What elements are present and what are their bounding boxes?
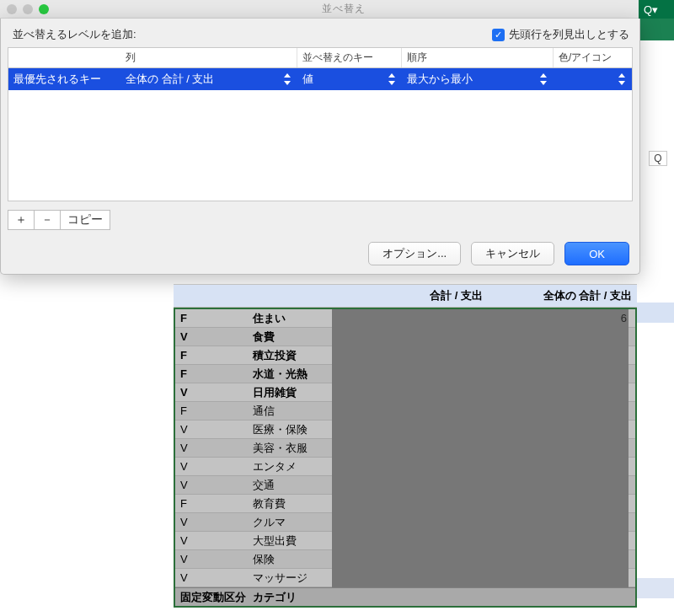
chevron-updown-icon [284, 73, 292, 85]
row-category-cell: クルマ [249, 515, 340, 530]
row-type-cell: V [175, 442, 249, 454]
row-category-cell: 大型出費 [249, 533, 340, 549]
col-head-coloricon: 色/アイコン [554, 48, 632, 67]
col-head-sortkey: 並べ替えのキー [297, 48, 402, 67]
row-type-cell: V [175, 479, 249, 491]
row-type-cell: F [175, 367, 249, 380]
remove-level-button[interactable]: － [35, 210, 61, 230]
sheet-band [637, 303, 674, 323]
sheet-cell-stray[interactable]: Q [649, 151, 667, 166]
header-row-checkbox-label: 先頭行を列見出しとする [509, 27, 629, 42]
row-category-cell: エンタメ [249, 459, 340, 474]
row-category-cell: 医療・保険 [249, 422, 340, 437]
minimize-dot[interactable] [23, 4, 33, 14]
dialog-actions: オプション... キャンセル OK [8, 242, 633, 265]
sort-row-column-value: 全体の 合計 / 支出 [126, 72, 214, 85]
col-head-priority [8, 48, 120, 67]
row-type-cell: V [175, 330, 249, 343]
window-titlebar: 並べ替え [0, 0, 639, 19]
copy-level-button[interactable]: コピー [61, 210, 110, 230]
col-head-order: 順序 [402, 48, 554, 67]
sort-row-priority: 最優先されるキー [8, 72, 120, 87]
pivot-footer: 固定変動区分カテゴリ [175, 587, 635, 606]
row-category-cell: 水道・光熱 [249, 367, 340, 382]
traffic-lights [7, 4, 49, 14]
row-category-cell: マッサージ [249, 570, 340, 586]
add-level-button[interactable]: ＋ [8, 210, 35, 230]
row-type-cell: F [175, 312, 249, 324]
check-icon: ✓ [492, 29, 505, 41]
sort-dialog: 並べ替えるレベルを追加: ✓ 先頭行を列見出しとする 列 並べ替えのキー 順序 … [0, 19, 640, 275]
options-button[interactable]: オプション... [368, 242, 461, 265]
sort-row-key-select[interactable]: 値 [297, 72, 402, 87]
sort-row-order-value: 最大から最小 [407, 72, 473, 85]
row-category-cell: 住まい [249, 311, 340, 326]
ribbon-search[interactable]: Q▾ [639, 0, 674, 19]
row-type-cell: F [175, 349, 249, 362]
chevron-updown-icon [618, 73, 627, 85]
redacted-area [332, 309, 629, 587]
sort-grid-header: 列 並べ替えのキー 順序 色/アイコン [8, 47, 633, 68]
pivot-header-row: 合計 / 支出 全体の 合計 / 支出 [174, 284, 637, 308]
add-level-label: 並べ替えるレベルを追加: [13, 27, 136, 42]
window-title: 並べ替え [49, 2, 639, 16]
row-type-cell: V [175, 460, 249, 473]
pivot-head-grand: 全体の 合計 / 支出 [488, 285, 637, 307]
row-category-cell: 美容・衣服 [249, 441, 340, 456]
level-buttons: ＋ － コピー [8, 210, 633, 230]
row-type-cell: V [175, 571, 249, 584]
cancel-button[interactable]: キャンセル [471, 242, 554, 265]
row-type-cell: V [175, 386, 249, 399]
header-row-checkbox[interactable]: ✓ 先頭行を列見出しとする [492, 27, 629, 42]
row-type-cell: V [175, 423, 249, 436]
close-dot[interactable] [7, 4, 17, 14]
sort-row-key-value: 値 [302, 72, 313, 85]
row-type-cell: F [175, 497, 249, 510]
pivot-body[interactable]: F住まいV食費F積立投資F水道・光熱V日用雑貨F通信V医療・保険V美容・衣服Vエ… [174, 308, 637, 608]
sheet-band [637, 578, 674, 598]
zoom-dot[interactable] [39, 4, 49, 14]
row-type-cell: F [175, 404, 249, 417]
peek-value: 6 [621, 312, 627, 324]
row-type-cell: V [175, 516, 249, 528]
col-head-column: 列 [120, 48, 297, 67]
row-category-cell: 食費 [249, 329, 340, 345]
row-category-cell: 積立投資 [249, 348, 340, 363]
sort-grid-body: 最優先されるキー 全体の 合計 / 支出 値 最大から最小 [8, 68, 633, 201]
pivot-sheet: 合計 / 支出 全体の 合計 / 支出 F住まいV食費F積立投資F水道・光熱V日… [174, 284, 637, 608]
footer-a: 固定変動区分 [175, 590, 249, 605]
chevron-updown-icon [540, 73, 548, 85]
search-icon: Q▾ [644, 3, 658, 16]
pivot-head-total: 合計 / 支出 [339, 285, 488, 307]
ok-button[interactable]: OK [564, 242, 629, 265]
row-category-cell: 交通 [249, 478, 340, 493]
row-category-cell: 通信 [249, 404, 340, 419]
sort-row-order-select[interactable]: 最大から最小 [402, 72, 554, 87]
row-type-cell: V [175, 534, 249, 547]
chevron-updown-icon [388, 73, 397, 85]
row-category-cell: 教育費 [249, 496, 340, 512]
sort-row-selected[interactable]: 最優先されるキー 全体の 合計 / 支出 値 最大から最小 [8, 68, 632, 90]
sort-row-column-select[interactable]: 全体の 合計 / 支出 [120, 72, 297, 87]
footer-b: カテゴリ [249, 590, 340, 605]
row-type-cell: V [175, 553, 249, 565]
row-category-cell: 日用雑貨 [249, 385, 340, 400]
row-category-cell: 保険 [249, 552, 340, 567]
ribbon-strip [639, 19, 674, 40]
